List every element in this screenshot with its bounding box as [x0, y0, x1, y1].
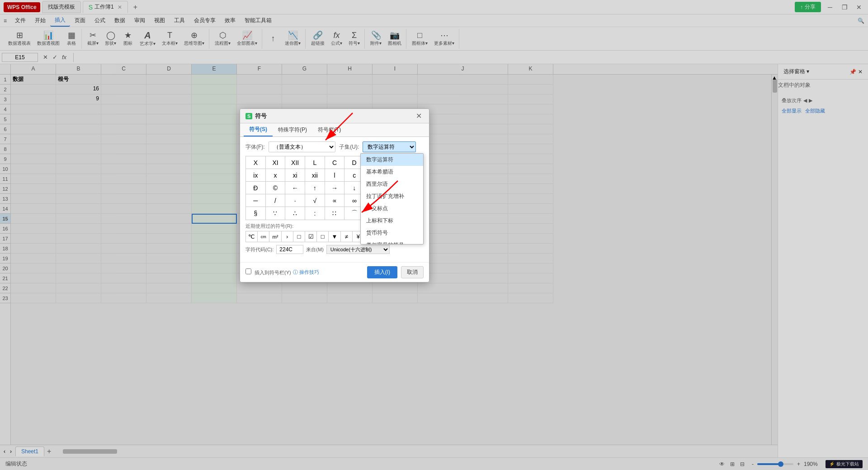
subset-dropdown-wrapper: 数字运算符 基本希腊语 西里尔语 拉丁语扩充增补 广义标点 上标和下标 货币符号…: [363, 141, 424, 152]
subset-option-punct[interactable]: 广义标点: [361, 202, 423, 215]
subset-select[interactable]: 数字运算符 基本希腊语 西里尔语 拉丁语扩充增补 广义标点 上标和下标 货币符号…: [363, 141, 416, 152]
subset-option-currency[interactable]: 货币符号: [361, 227, 423, 239]
dialog-tab-toolbar[interactable]: 符号栏(T): [312, 123, 346, 136]
modal-header: S 符号 ✕: [240, 109, 429, 123]
symbol-L[interactable]: L: [305, 156, 325, 169]
subset-option-greek[interactable]: 基本希腊语: [361, 166, 423, 178]
font-label: 字体(F):: [245, 143, 265, 151]
subset-option-letterlike[interactable]: 类似字母的符号: [361, 239, 423, 244]
symbol-dash[interactable]: ─: [246, 194, 266, 207]
subset-option-superscript[interactable]: 上标和下标: [361, 215, 423, 227]
insert-button[interactable]: 插入(I): [367, 266, 397, 278]
dialog-tabs: 符号(S) 特殊字符(P) 符号栏(T): [240, 123, 429, 137]
subset-option-cyrillic[interactable]: 西里尔语: [361, 178, 423, 190]
dialog-footer: 插入到符号栏(Y) ⓘ 操作技巧 插入(I) 取消: [240, 262, 429, 282]
insert-to-bar-label: 插入到符号栏(Y): [245, 268, 291, 276]
recent-square2[interactable]: □: [317, 231, 329, 242]
symbol-proportion[interactable]: ∷: [325, 207, 345, 220]
symbol-colon[interactable]: :: [305, 207, 325, 220]
symbol-therefore[interactable]: ∴: [285, 207, 305, 220]
recent-triangle-down[interactable]: ▼: [329, 231, 340, 242]
symbol-C[interactable]: C: [325, 156, 345, 169]
symbol-proportional[interactable]: ∝: [325, 194, 345, 207]
dialog-tab-special[interactable]: 特殊字符(P): [273, 123, 312, 136]
dialog-close-button[interactable]: ✕: [414, 112, 424, 120]
dialog-title-text: 符号: [255, 112, 267, 120]
subset-options-list: 数字运算符 基本希腊语 西里尔语 拉丁语扩充增补 广义标点 上标和下标 货币符号…: [361, 154, 423, 244]
subset-option-latin-ext[interactable]: 拉丁语扩充增补: [361, 190, 423, 202]
symbol-eth[interactable]: Ð: [246, 182, 266, 194]
tips-link[interactable]: ⓘ 操作技巧: [293, 269, 319, 276]
modal-title: S 符号: [245, 112, 267, 120]
recent-m2[interactable]: m²: [269, 231, 281, 242]
font-subset-row: 字体(F): （普通文本） 子集(U): 数字运算符 基本希腊语 西里尔语 拉丁…: [245, 141, 424, 152]
symbol-slash[interactable]: /: [266, 194, 286, 207]
subset-dropdown-list: 数字运算符 基本希腊语 西里尔语 拉丁语扩充增补 广义标点 上标和下标 货币符号…: [360, 153, 424, 244]
dialog-tab-symbol[interactable]: 符号(S): [244, 123, 273, 136]
symbol-up-arrow[interactable]: ↑: [305, 182, 325, 194]
symbol-section[interactable]: §: [246, 207, 266, 220]
source-select[interactable]: Unicode(十六进制): [326, 245, 390, 254]
cancel-button[interactable]: 取消: [401, 266, 424, 278]
recent-guillemet[interactable]: ›: [282, 231, 293, 242]
char-code-row: 字符代码(C): 来自(M) Unicode(十六进制): [245, 245, 424, 254]
symbol-x[interactable]: x: [266, 169, 286, 182]
footer-right: 插入(I) 取消: [367, 266, 424, 278]
recent-celsius[interactable]: ℃: [246, 231, 258, 242]
recent-cm[interactable]: cm: [258, 231, 269, 242]
symbol-left-arrow[interactable]: ←: [285, 182, 305, 194]
symbol-dialog: S 符号 ✕ 符号(S) 特殊字符(P) 符号栏(T) 字体(F): （普通文本…: [240, 108, 429, 282]
symbol-right-arrow[interactable]: →: [325, 182, 345, 194]
char-code-label: 字符代码(C):: [245, 246, 274, 253]
subset-label: 子集(U):: [339, 143, 359, 151]
modal-overlay: S 符号 ✕ 符号(S) 特殊字符(P) 符号栏(T) 字体(F): （普通文本…: [0, 0, 868, 470]
symbol-XI[interactable]: XI: [266, 156, 286, 169]
symbol-sqrt[interactable]: √: [305, 194, 325, 207]
symbol-copyright[interactable]: ©: [266, 182, 286, 194]
char-code-input[interactable]: [276, 245, 303, 254]
recent-notequal[interactable]: ≠: [341, 231, 353, 242]
symbol-l[interactable]: l: [325, 169, 345, 182]
recent-square[interactable]: □: [293, 231, 305, 242]
recent-checkbox[interactable]: ☑: [305, 231, 317, 242]
source-label: 来自(M): [306, 246, 324, 253]
font-select[interactable]: （普通文本）: [269, 141, 336, 152]
wps-dialog-icon: S: [245, 113, 252, 119]
subset-option-math[interactable]: 数字运算符: [361, 154, 423, 166]
insert-to-bar-checkbox[interactable]: [245, 268, 251, 274]
symbol-dot[interactable]: ·: [285, 194, 305, 207]
footer-left: 插入到符号栏(Y) ⓘ 操作技巧: [245, 268, 319, 276]
symbol-xi[interactable]: xi: [285, 169, 305, 182]
symbol-X[interactable]: X: [246, 156, 266, 169]
symbol-ix[interactable]: ix: [246, 169, 266, 182]
info-icon: ⓘ: [293, 269, 298, 275]
symbol-because[interactable]: ∵: [266, 207, 286, 220]
dialog-body: 字体(F): （普通文本） 子集(U): 数字运算符 基本希腊语 西里尔语 拉丁…: [240, 137, 429, 262]
symbol-XII[interactable]: XII: [285, 156, 305, 169]
symbol-xii[interactable]: xii: [305, 169, 325, 182]
